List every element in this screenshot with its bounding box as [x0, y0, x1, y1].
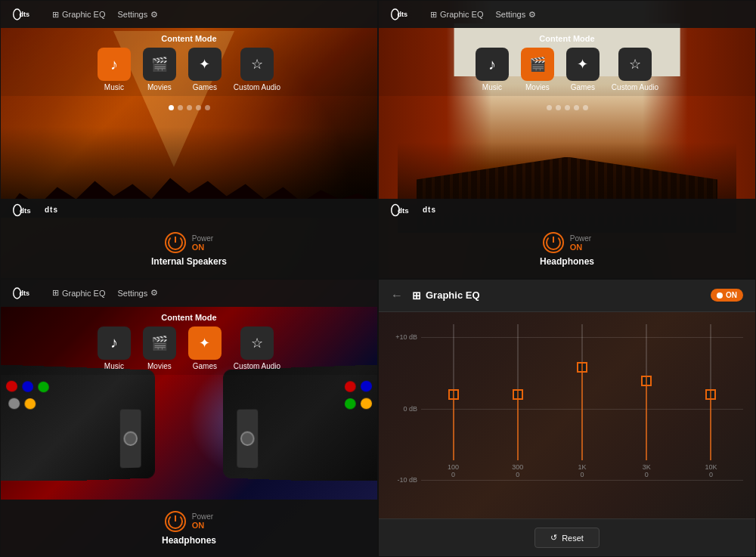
svg-text:dts: dts: [19, 289, 29, 297]
reset-label: Reset: [562, 534, 584, 543]
eq-slider-track-100[interactable]: [453, 324, 454, 461]
games-label-gaming: Games: [193, 362, 217, 370]
arcade-stick-right: [223, 364, 377, 481]
dts-logo: dts: [13, 7, 34, 22]
eq-grid: +10 dB 0 dB -10 dB: [391, 324, 743, 494]
eq-value-label-3k: 0: [645, 471, 649, 478]
eq-freq-label-300: 300: [512, 463, 523, 471]
music-icon-bg: ♪: [98, 48, 131, 81]
games-icon-movies: ✦: [577, 56, 588, 73]
eq-slider-track-1k[interactable]: [581, 324, 583, 461]
custom-icon-bg-gaming: ☆: [240, 326, 274, 360]
bottom-dts-bar-movies: dts dts: [379, 199, 755, 221]
eq-slider-track-10k[interactable]: [710, 324, 711, 461]
mode-movies-gaming[interactable]: 🎬 Movies: [143, 326, 176, 370]
music-icon-movies: ♪: [488, 56, 496, 73]
movies-label: Movies: [147, 83, 172, 91]
power-text-music: Power ON: [192, 234, 213, 252]
nav-graphic-eq[interactable]: ⊞ Graphic EQ: [52, 10, 105, 20]
grid-label-bottom: -10 dB: [391, 476, 417, 484]
nav-settings-gaming[interactable]: Settings ⚙: [117, 288, 158, 298]
custom-audio-label: Custom Audio: [234, 83, 280, 91]
mode-music[interactable]: ♪ Music: [98, 48, 131, 91]
games-icon-bg-movies: ✦: [566, 48, 600, 81]
custom-icon-movies: ☆: [629, 56, 641, 73]
buttons-left: [6, 381, 49, 410]
navbar-gaming: dts ⊞ Graphic EQ Settings ⚙: [1, 280, 377, 307]
power-icon-music[interactable]: [165, 232, 186, 253]
eq-sliders-container: 100 0 300: [421, 324, 743, 479]
mode-games-active[interactable]: ✦ Games: [188, 326, 222, 370]
mode-custom-movies[interactable]: ☆ Custom Audio: [612, 48, 658, 91]
mode-games-movies[interactable]: ✦ Games: [566, 48, 600, 91]
eq-title-row: ⊞ Graphic EQ: [412, 289, 480, 302]
mode-music-movies[interactable]: ♪ Music: [476, 48, 509, 91]
bottom-bar-music: Power ON Internal Speakers: [1, 221, 377, 278]
eq-value-label-300: 0: [516, 471, 519, 478]
dts-logo-icon-gaming: dts: [13, 286, 34, 301]
eq-toggle-switch[interactable]: ON: [711, 289, 743, 302]
eq-freq-label-3k: 3K: [643, 463, 651, 471]
custom-icon-bg-movies: ☆: [618, 48, 652, 81]
reset-icon: ↺: [550, 533, 557, 543]
reset-button[interactable]: ↺ Reset: [534, 528, 600, 548]
music-label-movies: Music: [482, 83, 502, 91]
nav-settings-movies[interactable]: Settings ⚙: [495, 10, 536, 20]
eq-slider-fill-3k: [646, 376, 647, 460]
games-icon-bg-active: ✦: [188, 326, 222, 360]
nav-graphic-eq-movies[interactable]: ⊞ Graphic EQ: [430, 10, 483, 20]
eq-sliders-icon-movies: ⊞: [430, 10, 437, 20]
arcade-stick-left: [1, 364, 155, 481]
eq-back-button[interactable]: ←: [391, 289, 403, 302]
mode-games[interactable]: ✦ Games: [188, 48, 222, 91]
settings-icon-movies: ⚙: [528, 10, 536, 20]
eq-freq-label-10k: 10K: [705, 463, 717, 471]
panel-music: dts ⊞ Graphic EQ Settings ⚙ Content Mode…: [0, 0, 378, 279]
power-status-gaming: ON: [192, 521, 205, 530]
device-label-music: Internal Speakers: [151, 256, 227, 267]
mode-custom[interactable]: ☆ Custom Audio: [234, 48, 280, 91]
content-mode-section-music: Content Mode ♪ Music 🎬 Movies ✦ Games: [1, 28, 377, 96]
movies-label-movies: Movies: [525, 83, 550, 91]
grid-line-bottom: [421, 480, 743, 481]
eq-slider-300: 300 0: [485, 324, 550, 479]
power-text-movies: Power ON: [570, 234, 591, 252]
power-status-movies: ON: [570, 243, 583, 252]
eq-slider-track-3k[interactable]: [646, 324, 647, 461]
dot-1-movies: [547, 105, 552, 110]
eq-toggle-dot: [717, 292, 723, 299]
nav-graphic-eq-gaming[interactable]: ⊞ Graphic EQ: [52, 288, 105, 298]
eq-slider-10k: 10K 0: [679, 324, 743, 479]
bottom-dts-text-music: dts: [45, 206, 58, 214]
panel-gaming: dts ⊞ Graphic EQ Settings ⚙ Content Mode…: [0, 279, 378, 558]
mode-custom-gaming[interactable]: ☆ Custom Audio: [234, 326, 280, 370]
bottom-dts-bar-music: dts dts: [1, 199, 377, 221]
games-label-movies: Games: [571, 83, 595, 91]
eq-slider-track-300[interactable]: [517, 324, 519, 461]
nav-settings[interactable]: Settings ⚙: [117, 10, 158, 20]
power-label-movies: Power: [570, 234, 591, 243]
power-icon-gaming[interactable]: [165, 511, 186, 532]
mode-movies[interactable]: 🎬 Movies: [143, 48, 176, 91]
eq-title-text: Graphic EQ: [426, 289, 480, 301]
dts-logo-icon: dts: [13, 7, 34, 22]
mode-music-gaming[interactable]: ♪ Music: [98, 326, 131, 370]
content-mode-section-gaming: Content Mode ♪ Music 🎬 Movies ✦ Games: [1, 307, 377, 375]
dot-4-movies: [574, 105, 579, 110]
dot-3: [187, 105, 192, 110]
device-label-movies: Headphones: [540, 256, 594, 267]
custom-audio-label-gaming: Custom Audio: [234, 362, 280, 370]
mode-movies-active[interactable]: 🎬 Movies: [521, 48, 554, 91]
eq-value-label-10k: 0: [709, 471, 713, 478]
content-mode-icons-movies: ♪ Music 🎬 Movies ✦ Games ☆ Custo: [379, 48, 755, 91]
eq-slider-1k: 1K 0: [550, 324, 614, 479]
bottom-dts-text-movies: dts: [423, 206, 436, 214]
movies-icon-bg: 🎬: [143, 48, 176, 81]
eq-graph-area: +10 dB 0 dB -10 dB: [379, 312, 755, 506]
power-label-gaming: Power: [192, 512, 213, 521]
eq-slider-fill-300: [517, 389, 519, 460]
eq-freq-label-1k: 1K: [578, 463, 587, 471]
games-label: Games: [193, 83, 217, 91]
games-icon-active: ✦: [199, 335, 210, 351]
power-icon-movies[interactable]: [543, 232, 564, 253]
